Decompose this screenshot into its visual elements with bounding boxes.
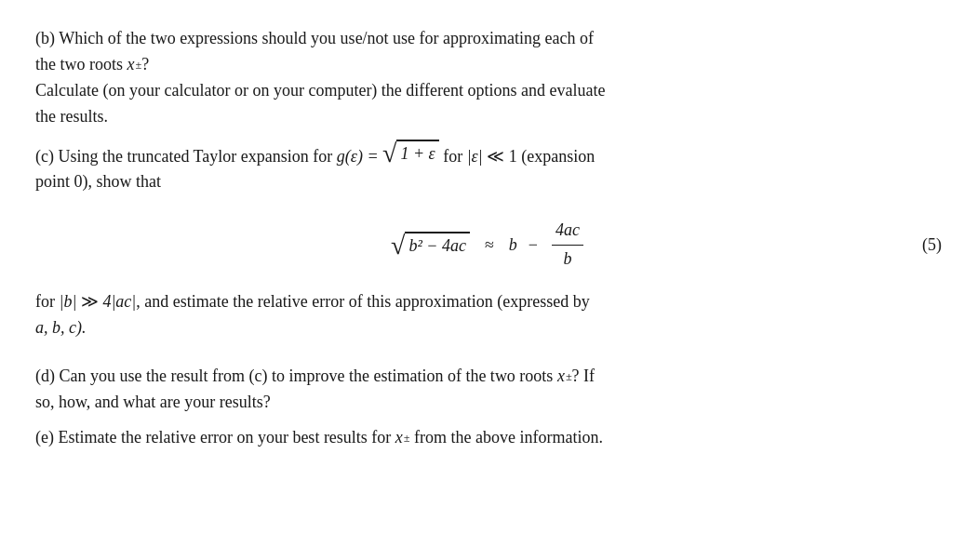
part-d-xpm: x± xyxy=(557,367,572,385)
part-b: (b) Which of the two expressions should … xyxy=(35,26,942,130)
part-e-line1-end: from the above information. xyxy=(410,428,603,447)
eq-sqrt-content: b² − 4ac xyxy=(405,232,470,260)
eq-fraction: 4ac b xyxy=(552,218,583,273)
main-content: (b) Which of the two expressions should … xyxy=(35,26,942,451)
part-b-xpm: x± xyxy=(127,55,142,73)
equation-5-expr: √ b² − 4ac ≈ b − 4ac b xyxy=(391,218,586,273)
equation-number: (5) xyxy=(922,233,942,259)
part-c-one: 1 xyxy=(509,147,517,166)
part-c-post: for |b| ≫ 4|ac|, and estimate the relati… xyxy=(35,289,942,341)
part-c-b-var: b xyxy=(63,292,72,311)
part-d-line1-pre: (d) Can you use the result from (c) to i… xyxy=(35,367,557,385)
part-d: (d) Can you use the result from (c) to i… xyxy=(35,364,942,416)
part-c-line1-pre: (c) Using the truncated Taylor expansion… xyxy=(35,147,337,166)
part-e-xpm: x± xyxy=(395,428,410,447)
eq-lhs-sqrt: √ b² − 4ac xyxy=(391,232,470,260)
eq-numerator: 4ac xyxy=(552,218,583,246)
equation-5: √ b² − 4ac ≈ b − 4ac b (5) xyxy=(35,218,942,273)
part-c-gg: ≫ xyxy=(76,292,102,311)
spacer-1 xyxy=(35,351,942,364)
eq-rhs-minus: − xyxy=(529,233,538,259)
eq-rhs-b: b xyxy=(509,233,517,259)
part-b-text-line2-end: ? xyxy=(141,55,149,73)
part-e-line1-pre: (e) Estimate the relative error on your … xyxy=(35,428,395,447)
part-b-text-line4: the results. xyxy=(35,107,108,126)
part-c-abs-b: |b| xyxy=(60,292,77,311)
part-b-text-line3: Calculate (on your calculator or on your… xyxy=(35,81,605,100)
part-b-text-line2-pre: the two roots xyxy=(35,55,127,73)
part-c-ll: ≪ xyxy=(483,147,509,166)
sqrt-content: 1 + ε xyxy=(396,140,438,167)
part-c-sqrt: √1 + ε xyxy=(382,140,439,167)
part-d-if: ? If xyxy=(572,367,595,385)
part-e: (e) Estimate the relative error on your … xyxy=(35,425,942,451)
part-c-paren: (expansion xyxy=(517,147,595,166)
part-c-4abs: 4|ac| xyxy=(102,292,136,311)
part-c-post-end: , and estimate the relative error of thi… xyxy=(136,292,589,311)
part-c-for: for xyxy=(439,147,467,166)
eq-approx: ≈ xyxy=(485,233,494,259)
eq-sqrt-symbol: √ xyxy=(391,233,405,259)
part-c-intro: (c) Using the truncated Taylor expansion… xyxy=(35,140,942,196)
part-c-g-expr: g(ε) = xyxy=(337,147,382,166)
part-c-line2: point 0), show that xyxy=(35,172,161,191)
part-d-line2: so, how, and what are your results? xyxy=(35,393,271,411)
eq-denominator: b xyxy=(559,246,575,273)
part-b-text-line1: (b) Which of the two expressions should … xyxy=(35,29,594,47)
part-c-abs-eps: |ε| xyxy=(467,147,483,166)
part-c-abc: a, b, c). xyxy=(35,318,86,337)
part-c-post-for: for xyxy=(35,292,60,311)
sqrt-symbol: √ xyxy=(382,140,396,167)
